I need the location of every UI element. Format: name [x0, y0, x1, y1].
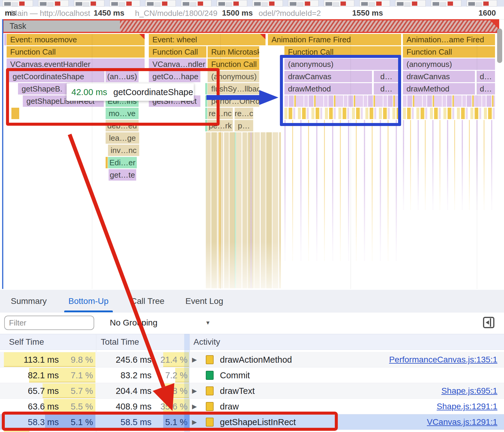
table-row[interactable]: 82.1 ms7.1 %83.2 ms7.2 %Commit — [0, 368, 504, 383]
flame-block[interactable]: Function Call — [7, 46, 145, 58]
total-time-pct: 7.2 % — [154, 368, 188, 383]
total-time-ms: 245.6 ms — [97, 352, 152, 368]
activity-color-swatch — [206, 371, 214, 380]
triangle-left-glyph — [486, 320, 489, 325]
chevron-down-icon[interactable]: ▼ — [205, 313, 211, 333]
anim-frame-activity-texture — [403, 120, 495, 210]
devtools-performance-panel: ms Main — http://localhosth_CN/module/18… — [0, 0, 504, 432]
expand-triangle-icon[interactable]: ▶ — [192, 352, 197, 368]
flame-block[interactable]: Run Microtasks — [208, 46, 259, 58]
anim-frame-activity-texture — [284, 120, 399, 261]
table-header: Self Time Total Time Activity — [0, 334, 504, 350]
flame-block[interactable]: inv…nc — [108, 145, 139, 156]
flame-block[interactable]: d… — [477, 83, 495, 94]
flame-block[interactable]: (anonymous) — [403, 58, 495, 70]
flame-block[interactable]: Animation…ame Fired — [403, 34, 495, 45]
flame-block[interactable]: Edi…er — [108, 157, 137, 168]
source-location-link[interactable]: PerformanceCanvas.js:135:1 — [389, 352, 497, 368]
source-location-link[interactable]: VCanvas.js:1291:1 — [427, 414, 497, 430]
microtask-activity-texture — [206, 132, 281, 288]
bottom-panel-toolbar: No Grouping ▼ — [0, 313, 504, 333]
long-event-warning-icon — [139, 34, 145, 39]
show-sidebar-icon[interactable] — [483, 317, 494, 328]
total-time-ms: 83.2 ms — [97, 368, 152, 383]
flame-block[interactable]: re…c — [235, 108, 253, 119]
activity-color-swatch — [206, 386, 214, 395]
tab-event-log[interactable]: Event Log — [184, 290, 225, 312]
self-time-ms: 82.1 ms — [0, 368, 59, 383]
flame-block[interactable]: Event: wheel — [149, 34, 266, 45]
flame-tooltip: 42.00 ms getCoordinateShape — [67, 83, 194, 101]
total-time-pct: 21.4 % — [154, 352, 188, 368]
activity-color-swatch — [206, 402, 214, 411]
source-location-link[interactable]: Shape.js:695:1 — [441, 383, 497, 399]
vertical-scrollbar-thumb[interactable] — [497, 28, 502, 63]
tab-bottom-up[interactable]: Bottom-Up — [67, 290, 110, 312]
expand-triangle-icon[interactable]: ▶ — [192, 383, 197, 399]
self-time-pct: 7.1 % — [62, 368, 93, 383]
activity-label: drawActionMethod — [220, 352, 292, 368]
total-time-pct: 17.8 % — [154, 383, 188, 399]
tooltip-function-name: getCoordinateShape — [113, 87, 193, 97]
header-activity[interactable]: Activity — [194, 334, 220, 350]
flame-block[interactable]: drawCanvas — [403, 71, 475, 82]
anim-frame-activity-texture — [403, 108, 495, 119]
flame-block[interactable]: drawMethod — [403, 83, 475, 94]
flame-block[interactable]: lea…ge — [106, 132, 139, 144]
activity-label: Commit — [220, 368, 250, 383]
tab-call-tree[interactable]: Call Tree — [129, 290, 166, 312]
blue-annotation-box-flame — [280, 55, 401, 126]
flame-block[interactable]: Animation Frame Fired — [268, 34, 401, 45]
header-total-time[interactable]: Total Time — [101, 334, 139, 350]
ruler-gridline — [477, 34, 477, 289]
flame-block[interactable]: Function Call — [403, 46, 495, 58]
flame-block[interactable]: get…te — [109, 169, 136, 181]
red-annotation-box-table — [2, 412, 338, 431]
bottom-panel-tabs: SummaryBottom-UpCall TreeEvent Log — [0, 290, 504, 313]
source-location-link[interactable]: Shape.js:1291:1 — [437, 399, 497, 414]
sidebar-divider-glyph — [490, 318, 491, 327]
total-time-ms: 204.4 ms — [97, 383, 152, 399]
grouping-select[interactable]: No Grouping — [110, 313, 158, 333]
self-time-ms: 65.7 ms — [0, 383, 59, 399]
flame-block[interactable]: d… — [477, 71, 495, 82]
activity-label: drawText — [220, 383, 255, 399]
flame-block[interactable]: p… — [235, 120, 253, 131]
anim-frame-activity-texture — [403, 95, 495, 107]
self-time-ms: 113.1 ms — [0, 352, 59, 368]
tab-summary[interactable]: Summary — [9, 290, 49, 312]
table-row[interactable]: 113.1 ms9.8 %245.6 ms21.4 %▶drawActionMe… — [0, 352, 504, 368]
table-row[interactable]: 65.7 ms5.7 %204.4 ms17.8 %▶drawTextShape… — [0, 383, 504, 399]
self-time-pct: 5.7 % — [62, 383, 93, 399]
flame-block[interactable]: Function Call — [149, 46, 206, 58]
header-self-time[interactable]: Self Time — [9, 334, 44, 350]
tooltip-duration: 42.00 ms — [71, 87, 107, 97]
activity-color-swatch — [206, 355, 214, 364]
ruler-gridline — [220, 34, 221, 289]
self-time-pct: 9.8 % — [62, 352, 93, 368]
flame-chart[interactable]: Event: mousemoveEvent: wheelAnimation Fr… — [0, 0, 504, 289]
filter-input[interactable] — [4, 316, 94, 330]
long-event-warning-icon — [260, 34, 266, 39]
flame-left-marker-line — [2, 19, 3, 289]
flame-block[interactable]: Event: mousemove — [7, 34, 145, 45]
